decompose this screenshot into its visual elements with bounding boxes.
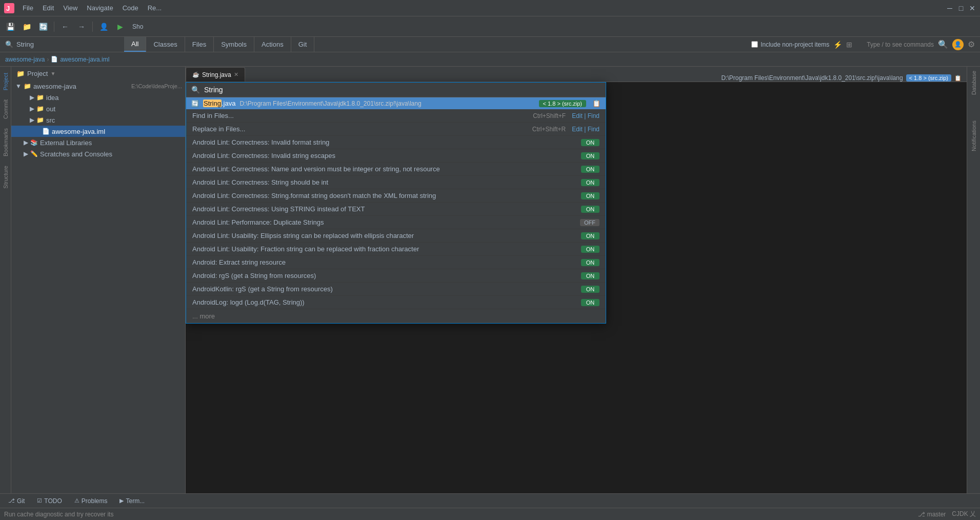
file-tab-string[interactable]: ☕ String.java ✕ (186, 67, 245, 82)
sidebar-chevron[interactable]: ▼ (50, 71, 55, 76)
forward-button[interactable]: → (74, 19, 89, 34)
show-button[interactable]: Sho (129, 19, 146, 34)
save-button[interactable]: 💾 (3, 19, 17, 34)
popup-item-lint-1[interactable]: Android Lint: Correctness: Invalid strin… (186, 149, 606, 163)
popup-item-label-1: Replace in Files... (192, 125, 526, 133)
popup-more[interactable]: ... more (186, 309, 606, 323)
result-copy-icon[interactable]: 📋 (592, 99, 601, 107)
popup-item-lint-8[interactable]: Android Lint: Usability: Fraction string… (186, 243, 606, 256)
tree-idea[interactable]: ▶ 📁 idea (11, 92, 185, 103)
search-icon: 🔍 (5, 41, 13, 48)
popup-search-input[interactable] (204, 86, 601, 94)
open-button[interactable]: 📁 (19, 19, 34, 34)
result-refresh-icon: 🔄 (191, 100, 199, 107)
include-non-project-checkbox[interactable] (751, 41, 758, 48)
popup-item-lint-7[interactable]: Android Lint: Usability: Ellipsis string… (186, 229, 606, 243)
badge-12: ON (581, 299, 599, 306)
menu-refactor[interactable]: Re... (144, 3, 166, 13)
tree-idea-label: idea (46, 94, 182, 102)
popup-item-android-extract[interactable]: Android: Extract string resource ON (186, 256, 606, 269)
popup-item-label-5: Android Lint: Correctness: String should… (192, 178, 581, 186)
minimize-button[interactable]: ─ (946, 5, 953, 12)
nav-right: Include non-project items ⚡ ⊞ Type / to … (746, 39, 980, 50)
tab-classes[interactable]: Classes (146, 37, 185, 52)
ext-libs-icon: 📚 (30, 139, 38, 146)
tree-src[interactable]: ▶ 📁 src (11, 114, 185, 126)
popup-item-find-in-files[interactable]: Find in Files... Ctrl+Shift+F Edit | Fin… (186, 109, 606, 123)
file-tab-badge: < 1.8 > (src.zip) (906, 74, 951, 82)
sync-button[interactable]: 🔄 (36, 19, 50, 34)
scratches-expand: ▶ (24, 150, 28, 157)
terminal-icon: ▶ (119, 497, 124, 504)
layout-icon[interactable]: ⊞ (846, 41, 852, 49)
copy-path-icon[interactable]: 📋 (954, 75, 962, 82)
tree-src-expand: ▶ (30, 116, 34, 124)
badge-4: ON (581, 192, 599, 199)
encoding-indicator[interactable]: CJDK 乂 (952, 510, 976, 518)
tab-todo[interactable]: ☑ TODO (32, 496, 67, 506)
tab-problems[interactable]: ⚠ Problems (69, 496, 113, 506)
project-panel-btn[interactable]: Project (2, 69, 10, 94)
search-input[interactable] (16, 41, 119, 48)
notifications-label[interactable]: Notifications (971, 118, 977, 153)
popup-item-androidlog[interactable]: AndroidLog: logd (Log.d(TAG, String)) ON (186, 296, 606, 309)
sidebar-header: 📁 Project ▼ (11, 67, 185, 81)
commit-panel-btn[interactable]: Commit (2, 95, 10, 123)
structure-panel-btn[interactable]: Structure (2, 162, 10, 193)
tree-root[interactable]: ▼ 📁 awesome-java E:\Code\IdeaProje... (11, 81, 185, 92)
breadcrumb-sep: › (47, 56, 49, 63)
src-folder-icon: 📁 (36, 116, 44, 124)
run-button[interactable]: ▶ (113, 19, 127, 34)
bookmarks-panel-btn[interactable]: Bookmarks (2, 124, 10, 161)
popup-item-label-14: AndroidLog: logd (Log.d(TAG, String)) (192, 298, 581, 306)
maximize-button[interactable]: □ (957, 5, 965, 12)
tree-external-libs[interactable]: ▶ 📚 External Libraries (11, 137, 185, 148)
popup-result-header[interactable]: 🔄 String.java D:\Program Files\Environme… (186, 97, 606, 109)
main-content: Project Commit Bookmarks Structure 📁 Pro… (0, 67, 980, 493)
tab-terminal[interactable]: ▶ Term... (114, 496, 150, 506)
badge-9: ON (581, 259, 599, 266)
tab-files[interactable]: Files (185, 37, 214, 52)
breadcrumb-project[interactable]: awesome-java (5, 56, 45, 63)
popup-item-actions-0: Edit | Find (572, 112, 599, 119)
menu-file[interactable]: File (18, 3, 37, 13)
global-search-icon[interactable]: 🔍 (938, 39, 948, 49)
popup-item-android-rgs[interactable]: Android: rgS (get a String from resource… (186, 269, 606, 283)
popup-item-lint-2[interactable]: Android Lint: Correctness: Name and vers… (186, 163, 606, 176)
branch-indicator[interactable]: ⎇ master (918, 511, 946, 518)
menu-code[interactable]: Code (118, 3, 143, 13)
popup-item-replace-in-files[interactable]: Replace in Files... Ctrl+Shift+R Edit | … (186, 123, 606, 136)
popup-item-lint-0[interactable]: Android Lint: Correctness: Invalid forma… (186, 136, 606, 149)
settings-icon[interactable]: ⚙ (968, 39, 975, 49)
database-label[interactable]: Database (971, 69, 977, 97)
badge-1: ON (581, 152, 599, 159)
tab-all[interactable]: All (124, 37, 146, 52)
popup-item-lint-5[interactable]: Android Lint: Correctness: Using STRING … (186, 203, 606, 216)
file-tab-close[interactable]: ✕ (234, 71, 238, 78)
avatar-icon[interactable]: 👤 (952, 39, 964, 50)
search-bar: 🔍 (0, 41, 124, 48)
filter-icon[interactable]: ⚡ (833, 41, 842, 49)
problems-tab-label: Problems (82, 497, 108, 505)
menu-view[interactable]: View (59, 3, 82, 13)
tab-git-bottom[interactable]: ⎇ Git (3, 496, 30, 506)
tab-git[interactable]: Git (291, 37, 315, 52)
user-button[interactable]: 👤 (96, 19, 111, 34)
git-tab-label: Git (17, 497, 25, 505)
close-button[interactable]: ✕ (969, 5, 976, 12)
popup-item-lint-4[interactable]: Android Lint: Correctness: String.format… (186, 189, 606, 203)
back-button[interactable]: ← (58, 19, 72, 34)
tree-iml[interactable]: 📄 awesome-java.iml (11, 126, 185, 137)
menu-navigate[interactable]: Navigate (83, 3, 117, 13)
tab-actions[interactable]: Actions (254, 37, 291, 52)
tree-scratches[interactable]: ▶ ✏️ Scratches and Consoles (11, 148, 185, 159)
popup-item-lint-6[interactable]: Android Lint: Performance: Duplicate Str… (186, 216, 606, 229)
popup-item-androidkotlin-rgs[interactable]: AndroidKotlin: rgS (get a String from re… (186, 283, 606, 296)
popup-item-shortcut-1: Ctrl+Shift+R (532, 126, 566, 133)
breadcrumb-file[interactable]: awesome-java.iml (60, 56, 109, 63)
popup-item-lint-3[interactable]: Android Lint: Correctness: String should… (186, 176, 606, 189)
tree-out[interactable]: ▶ 📁 out (11, 103, 185, 114)
tab-symbols[interactable]: Symbols (214, 37, 254, 52)
menu-edit[interactable]: Edit (38, 3, 58, 13)
app-logo: J (4, 3, 14, 13)
